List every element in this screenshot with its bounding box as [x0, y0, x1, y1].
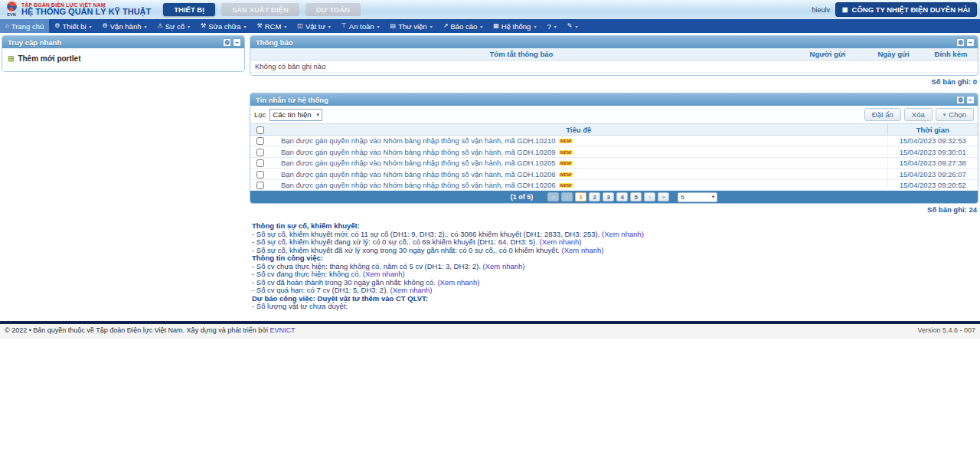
page-button-3[interactable]: 3	[603, 192, 614, 201]
prev-page-button[interactable]: ‹	[561, 192, 573, 201]
notices-table-padding	[250, 72, 978, 75]
message-title-cell[interactable]: Bạn được gán quyền nhập vào Nhóm bảng nh…	[270, 169, 887, 179]
nav-item-thu-vien[interactable]: ▤Thư viện▾	[385, 19, 438, 33]
page-size-select[interactable]: 5 ▾	[678, 192, 717, 202]
quick-view-link[interactable]: (Xem nhanh)	[363, 270, 405, 278]
page-button-1[interactable]: 1	[575, 192, 586, 201]
company-button[interactable]: ▦ CÔNG TY NHIỆT ĐIỆN DUYÊN HẢI	[835, 2, 977, 17]
nav-item-van-hanh[interactable]: ⚙Vận hành▾	[97, 19, 152, 33]
page-button-2[interactable]: 2	[589, 192, 600, 201]
content: Truy cập nhanh ⚙ − ⊞ Thêm mới portlet Th…	[0, 33, 980, 311]
row-checkbox-cell	[250, 157, 270, 168]
quick-view-link[interactable]: (Xem nhanh)	[539, 238, 581, 246]
nav-item-help[interactable]: ?▾	[541, 19, 561, 33]
evnict-link[interactable]: EVNICT	[270, 326, 296, 334]
message-title-cell[interactable]: Bạn được gán quyền nhập vào Nhóm bảng nh…	[270, 157, 887, 168]
messages-toolbar: Lọc Các tin hiện ▾ Đặt ẩnXóa▾Chọn	[250, 106, 978, 123]
quick-view-link[interactable]: (Xem nhanh)	[602, 230, 644, 238]
select-all-checkbox[interactable]	[256, 126, 264, 134]
tab-thiet-bi[interactable]: THIẾT BỊ	[163, 3, 215, 16]
chevron-down-icon: ▾	[712, 194, 715, 200]
chevron-down-icon: ▾	[244, 24, 247, 29]
table-row: Bạn được gán quyền nhập vào Nhóm bảng nh…	[250, 179, 978, 190]
row-checkbox[interactable]	[256, 149, 264, 156]
summary-item-text: - Số sự cố, khiếm khuyết đang xử lý: có …	[252, 238, 539, 246]
table-row: Bạn được gán quyền nhập vào Nhóm bảng nh…	[250, 146, 978, 157]
title-block: TẬP ĐOÀN ĐIỆN LỰC VIỆT NAM HỆ THỐNG QUẢN…	[21, 2, 151, 17]
chevron-down-icon: ▾	[943, 112, 946, 118]
gear-button[interactable]: ⚙	[956, 96, 965, 104]
xoa-button[interactable]: Xóa	[904, 108, 933, 121]
message-title: Bạn được gán quyền nhập vào Nhóm bảng nh…	[281, 159, 556, 167]
collapse-button[interactable]: −	[966, 96, 975, 104]
message-title-cell[interactable]: Bạn được gán quyền nhập vào Nhóm bảng nh…	[270, 146, 887, 157]
add-portlet-button[interactable]: ⊞ Thêm mới portlet	[8, 54, 239, 63]
page-button-5[interactable]: 5	[630, 192, 642, 201]
nav-item-label: Vận hành	[110, 22, 142, 31]
chon-button[interactable]: ▾Chọn	[936, 108, 974, 121]
row-checkbox[interactable]	[256, 182, 264, 189]
tab-du-toan[interactable]: DỰ TOÁN	[305, 3, 361, 16]
message-title: Bạn được gán quyền nhập vào Nhóm bảng nh…	[281, 136, 556, 145]
nav-item-thiet-bi[interactable]: ⚙Thiết bị▾	[49, 19, 96, 33]
quick-access-body: ⊞ Thêm mới portlet	[2, 48, 244, 71]
collapse-button[interactable]: −	[233, 38, 241, 47]
nav-item-su-co[interactable]: ⚠Sự cố▾	[152, 19, 195, 33]
col-sent-date: Ngày gửi	[863, 48, 924, 60]
first-page-button[interactable]: «	[547, 192, 559, 201]
quick-view-link[interactable]: (Xem nhanh)	[562, 246, 604, 254]
home-icon: ⌂	[5, 23, 9, 29]
gear-button[interactable]: ⚙	[223, 38, 231, 47]
quick-view-link[interactable]: (Xem nhanh)	[390, 286, 433, 294]
select-all-header	[250, 124, 270, 136]
message-time-cell: 15/04/2023 09:30:01	[887, 146, 978, 157]
summary-item-text: - Số cv đã hoàn thành trong 30 ngày gần …	[252, 278, 437, 287]
collapse-button[interactable]: −	[966, 38, 975, 47]
row-checkbox[interactable]	[256, 137, 264, 145]
quick-view-link[interactable]: (Xem nhanh)	[483, 262, 525, 270]
add-portlet-label: Thêm mới portlet	[18, 54, 80, 63]
message-title: Bạn được gán quyền nhập vào Nhóm bảng nh…	[281, 148, 556, 156]
tab-san-xuat-dien[interactable]: SẢN XUẤT ĐIỆN	[221, 3, 299, 16]
message-title-cell[interactable]: Bạn được gán quyền nhập vào Nhóm bảng nh…	[270, 136, 887, 146]
gear-button[interactable]: ⚙	[956, 38, 965, 47]
dat-an-button[interactable]: Đặt ẩn	[864, 108, 901, 121]
nav-item-rcm[interactable]: ⚒RCM▾	[252, 19, 292, 33]
chevron-down-icon: ▾	[534, 24, 536, 29]
quick-access-title: Truy cập nhanh	[8, 38, 61, 47]
new-badge: NEW	[559, 150, 573, 155]
evn-logo-icon	[6, 1, 18, 12]
row-checkbox[interactable]	[256, 159, 264, 167]
summary-item-text: - Số cv quá hạn: có 7 cv (DH1: 5, DH3: 2…	[252, 286, 390, 294]
nav-item-vat-tu[interactable]: ◫Vật tư▾	[292, 19, 335, 33]
row-checkbox-cell	[250, 136, 270, 146]
page-button-4[interactable]: 4	[616, 192, 628, 201]
nav-item-sua-chua[interactable]: ⚒Sửa chữa▾	[195, 19, 251, 33]
left-column: Truy cập nhanh ⚙ − ⊞ Thêm mới portlet	[2, 35, 245, 72]
table-row: Bạn được gán quyền nhập vào Nhóm bảng nh…	[250, 157, 978, 168]
summary-item-text: - Số cv đang thực hiện: không có.	[252, 270, 363, 278]
filter-select[interactable]: Các tin hiện ▾	[270, 109, 322, 121]
chevron-down-icon: ▾	[188, 24, 190, 29]
message-title-cell[interactable]: Bạn được gán quyền nhập vào Nhóm bảng nh…	[270, 179, 887, 190]
nav-item-trang-chu[interactable]: ⌂Trang chủ	[0, 19, 49, 33]
last-page-button[interactable]: »	[658, 192, 669, 201]
nav-item-bao-cao[interactable]: ↗Báo cáo▾	[438, 19, 488, 33]
row-checkbox[interactable]	[256, 171, 264, 179]
nav-item-edit[interactable]: ✎▾	[562, 19, 583, 33]
page-buttons: 12345	[575, 192, 642, 201]
next-page-button[interactable]: ›	[644, 192, 655, 201]
quick-view-link[interactable]: (Xem nhanh)	[437, 278, 479, 287]
col-time: Thời gian	[887, 124, 978, 136]
button-label: Chọn	[949, 110, 966, 119]
paginator-info: (1 of 5)	[511, 193, 534, 201]
nav-item-label: An toàn	[349, 22, 374, 31]
messages-table-body: Bạn được gán quyền nhập vào Nhóm bảng nh…	[250, 136, 978, 191]
panel-controls: ⚙ −	[956, 38, 975, 47]
nav-item-an-toan[interactable]: ⊤An toàn▾	[336, 19, 385, 33]
nav-item-label: Thiết bị	[62, 22, 86, 31]
safety-icon: ⊤	[341, 23, 347, 29]
page-size-value: 5	[681, 194, 684, 201]
wrench-icon: ⚒	[257, 23, 263, 29]
nav-item-he-thong[interactable]: ▦Hệ thống▾	[488, 19, 541, 33]
